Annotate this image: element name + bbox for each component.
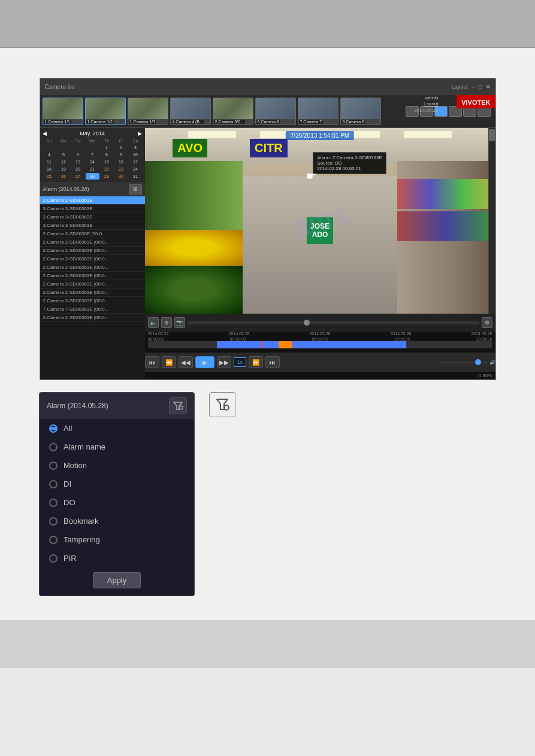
alarm-option-all-label: All [64, 424, 72, 433]
nvr-main: ◀ May, 2014 ▶ Su Mo Tu We Th Fr Sa [40, 128, 495, 379]
video-controls-bar: 🔈 ⊕ 📷 ⚙ [145, 314, 495, 332]
transport-goto-end[interactable]: ⏭ [265, 356, 280, 368]
alarm-option-bookmark-label: Bookmark [64, 517, 99, 526]
zoom-indicator: 4.90% [145, 372, 495, 379]
camera-thumb-3[interactable]: 1.Camera 1/3 [128, 98, 168, 125]
alarm-option-bookmark[interactable]: Bookmark [40, 512, 194, 530]
alarm-item[interactable]: 2.Camera 2-SD80363E [00:0... [40, 280, 145, 289]
store-aisle: JOSEADO [243, 176, 397, 314]
alarm-option-do[interactable]: DO [40, 493, 194, 512]
alarm-date-label: Alarm (2014.05.28) [43, 186, 89, 192]
alarm-item[interactable]: 3.Camera 3-SD80363E [40, 221, 145, 230]
filter-icon [173, 401, 183, 411]
nvr-left-panel: ◀ May, 2014 ▶ Su Mo Tu We Th Fr Sa [40, 128, 145, 379]
transport-goto-start[interactable]: ⏮ [145, 356, 159, 368]
volume-slider[interactable] [439, 361, 487, 364]
alarm-item[interactable]: 2.Camera 2-SD80363E [00:0... [40, 255, 145, 263]
video-ctrl-settings[interactable]: ⚙ [482, 317, 492, 328]
alarm-option-motion[interactable]: Motion [40, 456, 194, 475]
volume-control: 🔊 [439, 360, 495, 365]
alarm-item[interactable]: 7.Camera 7-SD80363E [00:0... [40, 305, 145, 314]
alarm-item[interactable]: 2.Camera 2-SD80363E [00:0... [40, 289, 145, 297]
alarm-tooltip: Alarm: 7.Camera 2-SD80363E Source: DO 20… [313, 152, 386, 174]
audio-slider[interactable] [188, 321, 479, 324]
radio-do [49, 499, 58, 507]
alarm-option-do-label: DO [64, 498, 75, 507]
close-btn[interactable]: ✕ [486, 84, 491, 90]
alarm-item[interactable]: 2.Camera 2-SD80363E [00:0... [40, 238, 145, 247]
camera-thumb-2[interactable]: 1.Camera 1/2 [85, 98, 126, 125]
radio-pir [49, 554, 58, 563]
alarm-option-di[interactable]: DI [40, 475, 194, 493]
video-scrollbar[interactable] [488, 128, 495, 314]
transport-next-frame[interactable]: ⏩ [249, 356, 263, 368]
bottom-gray-bar [0, 620, 535, 668]
cursor-hand: ☛ [306, 169, 318, 183]
svg-marker-3 [217, 399, 228, 409]
transport-slower[interactable]: ◀◀ [179, 356, 193, 368]
alarm-option-tampering[interactable]: Tampering [40, 530, 194, 549]
alarm-item[interactable]: 2.Camera 2-SD80363E [00:0... [40, 263, 145, 272]
alarm-option-motion-label: Motion [64, 461, 87, 470]
alarm-filter-icon-btn[interactable] [169, 397, 187, 414]
alarm-filter-btn[interactable]: ⊞ [129, 184, 142, 195]
alarm-list[interactable]: 2.Camera 2-SD80363E 3.Camera 3-SD80363E … [40, 196, 145, 322]
nvr-title: Camera list [45, 84, 75, 90]
alarm-filter-title: Alarm (2014.05.28) [47, 402, 108, 410]
timeline-segment-alarm [279, 341, 292, 348]
filter-funnel-icon [215, 397, 229, 412]
timeline-labels: 2014.05.22 2014.05.28 2014.05.28 2014.05… [145, 332, 495, 336]
nvr-screenshot: Camera list Layout ─ □ ✕ 1.Camera 1/1 1.… [40, 78, 496, 380]
video-ctrl-audio[interactable]: 🔈 [148, 317, 159, 328]
alarm-item[interactable]: 2.Camera 2-SD8036E [00:0... [40, 230, 145, 238]
camera-thumb-4[interactable]: 4.Camera 4 (B... [170, 98, 211, 125]
camera-thumb-5[interactable]: 2.Camera 3/0... [213, 98, 253, 125]
alarm-option-pir[interactable]: PIR [40, 549, 194, 567]
timeline-segment-recording [217, 341, 406, 348]
alarm-filter-header: Alarm (2014.05.28) [40, 393, 194, 419]
timeline-track[interactable] [148, 341, 492, 348]
alarm-option-alarmname-label: Alarm name [64, 442, 105, 451]
camera-thumb-6[interactable]: 6.Camera 6 [255, 98, 296, 125]
camera-thumb-8[interactable]: 8.Camera 8 [340, 98, 381, 125]
calendar-prev[interactable]: ◀ [43, 130, 47, 136]
calendar-month: May, 2014 [80, 130, 104, 136]
alarm-option-pir-label: PIR [64, 554, 77, 563]
alarm-item[interactable]: 2.Camera 2-SD80363E [00:0... [40, 314, 145, 322]
alarm-option-alarmname[interactable]: Alarm name [40, 438, 194, 456]
alarm-item[interactable]: 2.Camera 2-SD80363E [40, 196, 145, 205]
alarm-item[interactable]: 2.Camera 2-SD80363E [00:0... [40, 272, 145, 280]
filter-standalone-icon[interactable] [209, 392, 235, 417]
maximize-btn[interactable]: □ [479, 84, 482, 90]
calendar: ◀ May, 2014 ▶ Su Mo Tu We Th Fr Sa [40, 128, 145, 182]
speed-display: 1x [234, 357, 247, 367]
radio-bookmark [49, 517, 58, 526]
alarm-option-tampering-label: Tampering [64, 535, 100, 544]
alarm-item[interactable]: 2.Camera 2-SD80363E [00:0... [40, 247, 145, 255]
timeline-time-labels: 00:00:00 00:00:00 06:00:00 12:00:00 18:0… [145, 337, 495, 341]
nvr-topbar: Camera list Layout ─ □ ✕ [40, 78, 495, 95]
timeline-track-container [145, 341, 495, 353]
transport-faster[interactable]: ▶▶ [217, 356, 231, 368]
radio-all [49, 424, 58, 433]
timeline-playhead [261, 341, 262, 348]
calendar-next[interactable]: ▶ [138, 130, 142, 136]
transport-prev-frame[interactable]: ⏪ [162, 356, 176, 368]
alarm-filter-container: Alarm (2014.05.28) All Alarm na [39, 392, 235, 596]
aisle-sign: JOSEADO [307, 217, 333, 244]
alarm-option-all[interactable]: All [40, 419, 194, 438]
minimize-btn[interactable]: ─ [471, 84, 475, 90]
admin-info: admin Logout 2014.05.28 [414, 95, 438, 114]
transport-play[interactable]: ▶ [195, 356, 214, 368]
camera-thumb-7[interactable]: 7.Camera 7 [298, 98, 338, 125]
alarm-item[interactable]: 3.Camera 3-SD80363E [40, 205, 145, 213]
video-ctrl-zoom[interactable]: ⊕ [161, 317, 172, 328]
alarm-apply-button[interactable]: Apply [93, 572, 141, 588]
alarm-item[interactable]: 2.Camera 2-SD80363E [00:0... [40, 297, 145, 305]
camera-thumb-1[interactable]: 1.Camera 1/1 [43, 98, 83, 125]
shelves-left [145, 161, 243, 314]
top-bar [0, 0, 535, 48]
video-ctrl-snapshot[interactable]: 📷 [174, 317, 185, 328]
alarm-item[interactable]: 3.Camera 3-SD80363E [40, 213, 145, 221]
content-area: Camera list Layout ─ □ ✕ 1.Camera 1/1 1.… [0, 48, 535, 620]
